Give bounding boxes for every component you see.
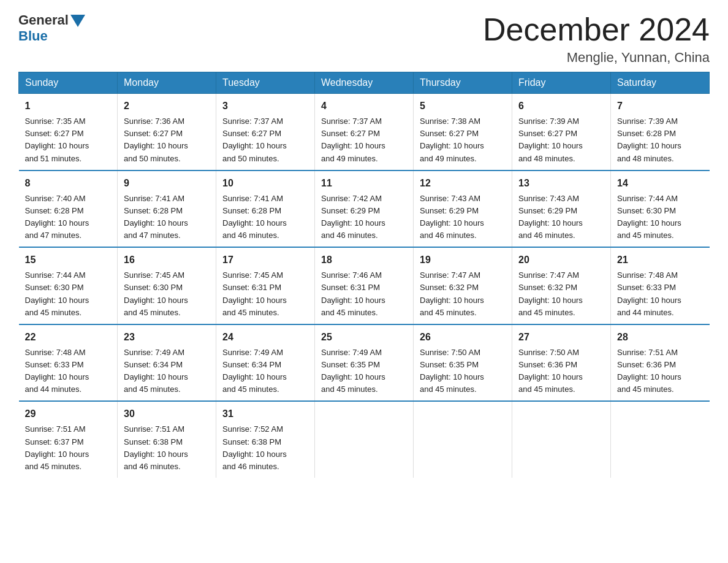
header-cell-friday: Friday bbox=[512, 72, 611, 94]
calendar-cell: 30Sunrise: 7:51 AM Sunset: 6:38 PM Dayli… bbox=[118, 401, 216, 478]
calendar-cell: 5Sunrise: 7:38 AM Sunset: 6:27 PM Daylig… bbox=[414, 94, 512, 170]
page-header: General Blue December 2024 Menglie, Yunn… bbox=[18, 12, 710, 66]
day-number: 18 bbox=[321, 253, 407, 267]
header-cell-wednesday: Wednesday bbox=[315, 72, 414, 94]
calendar-cell: 7Sunrise: 7:39 AM Sunset: 6:28 PM Daylig… bbox=[611, 94, 710, 170]
day-info: Sunrise: 7:45 AM Sunset: 6:30 PM Dayligh… bbox=[124, 270, 188, 316]
calendar-cell: 8Sunrise: 7:40 AM Sunset: 6:28 PM Daylig… bbox=[19, 170, 118, 248]
calendar-cell: 12Sunrise: 7:43 AM Sunset: 6:29 PM Dayli… bbox=[414, 170, 512, 248]
day-info: Sunrise: 7:36 AM Sunset: 6:27 PM Dayligh… bbox=[124, 117, 188, 163]
calendar-cell: 27Sunrise: 7:50 AM Sunset: 6:36 PM Dayli… bbox=[512, 324, 611, 402]
calendar-row: 22Sunrise: 7:48 AM Sunset: 6:33 PM Dayli… bbox=[19, 324, 710, 402]
calendar-body: 1Sunrise: 7:35 AM Sunset: 6:27 PM Daylig… bbox=[19, 94, 710, 478]
day-info: Sunrise: 7:41 AM Sunset: 6:28 PM Dayligh… bbox=[222, 194, 287, 240]
logo: General Blue bbox=[18, 12, 85, 44]
day-number: 10 bbox=[222, 176, 308, 191]
day-info: Sunrise: 7:41 AM Sunset: 6:28 PM Dayligh… bbox=[124, 194, 188, 240]
day-number: 20 bbox=[518, 253, 604, 267]
day-number: 29 bbox=[25, 407, 112, 421]
day-number: 22 bbox=[25, 330, 112, 345]
calendar-row: 29Sunrise: 7:51 AM Sunset: 6:37 PM Dayli… bbox=[19, 401, 710, 478]
day-number: 4 bbox=[321, 99, 407, 113]
day-info: Sunrise: 7:46 AM Sunset: 6:31 PM Dayligh… bbox=[321, 270, 385, 316]
calendar-cell: 4Sunrise: 7:37 AM Sunset: 6:27 PM Daylig… bbox=[315, 94, 414, 170]
day-info: Sunrise: 7:45 AM Sunset: 6:31 PM Dayligh… bbox=[222, 270, 287, 316]
day-info: Sunrise: 7:52 AM Sunset: 6:38 PM Dayligh… bbox=[222, 424, 287, 470]
day-info: Sunrise: 7:39 AM Sunset: 6:27 PM Dayligh… bbox=[518, 117, 583, 163]
calendar-cell bbox=[512, 401, 611, 478]
calendar-cell: 22Sunrise: 7:48 AM Sunset: 6:33 PM Dayli… bbox=[19, 324, 118, 402]
day-number: 26 bbox=[420, 330, 506, 345]
day-number: 9 bbox=[124, 176, 210, 191]
calendar-cell: 26Sunrise: 7:50 AM Sunset: 6:35 PM Dayli… bbox=[414, 324, 512, 402]
day-info: Sunrise: 7:50 AM Sunset: 6:36 PM Dayligh… bbox=[518, 348, 583, 394]
calendar-cell bbox=[315, 401, 414, 478]
calendar-cell bbox=[611, 401, 710, 478]
day-info: Sunrise: 7:47 AM Sunset: 6:32 PM Dayligh… bbox=[518, 270, 583, 316]
calendar-table: SundayMondayTuesdayWednesdayThursdayFrid… bbox=[18, 72, 710, 478]
day-number: 25 bbox=[321, 330, 407, 345]
calendar-cell: 2Sunrise: 7:36 AM Sunset: 6:27 PM Daylig… bbox=[118, 94, 216, 170]
day-number: 1 bbox=[25, 99, 112, 113]
location: Menglie, Yunnan, China bbox=[483, 50, 710, 66]
day-info: Sunrise: 7:35 AM Sunset: 6:27 PM Dayligh… bbox=[25, 117, 89, 163]
header-cell-tuesday: Tuesday bbox=[216, 72, 315, 94]
day-info: Sunrise: 7:37 AM Sunset: 6:27 PM Dayligh… bbox=[222, 117, 287, 163]
day-info: Sunrise: 7:50 AM Sunset: 6:35 PM Dayligh… bbox=[420, 348, 484, 394]
logo-blue-text: Blue bbox=[18, 28, 48, 44]
calendar-row: 1Sunrise: 7:35 AM Sunset: 6:27 PM Daylig… bbox=[19, 94, 710, 170]
day-number: 17 bbox=[222, 253, 308, 267]
day-number: 6 bbox=[518, 99, 604, 113]
day-info: Sunrise: 7:44 AM Sunset: 6:30 PM Dayligh… bbox=[617, 194, 681, 240]
day-info: Sunrise: 7:51 AM Sunset: 6:38 PM Dayligh… bbox=[124, 424, 188, 470]
day-info: Sunrise: 7:48 AM Sunset: 6:33 PM Dayligh… bbox=[617, 270, 681, 316]
day-info: Sunrise: 7:49 AM Sunset: 6:35 PM Dayligh… bbox=[321, 348, 385, 394]
day-number: 19 bbox=[420, 253, 506, 267]
calendar-cell: 19Sunrise: 7:47 AM Sunset: 6:32 PM Dayli… bbox=[414, 247, 512, 324]
calendar-cell: 17Sunrise: 7:45 AM Sunset: 6:31 PM Dayli… bbox=[216, 247, 315, 324]
day-info: Sunrise: 7:42 AM Sunset: 6:29 PM Dayligh… bbox=[321, 194, 385, 240]
calendar-header: SundayMondayTuesdayWednesdayThursdayFrid… bbox=[19, 72, 710, 94]
calendar-cell: 29Sunrise: 7:51 AM Sunset: 6:37 PM Dayli… bbox=[19, 401, 118, 478]
day-number: 13 bbox=[518, 176, 604, 191]
day-info: Sunrise: 7:47 AM Sunset: 6:32 PM Dayligh… bbox=[420, 270, 484, 316]
calendar-row: 8Sunrise: 7:40 AM Sunset: 6:28 PM Daylig… bbox=[19, 170, 710, 248]
calendar-cell: 6Sunrise: 7:39 AM Sunset: 6:27 PM Daylig… bbox=[512, 94, 611, 170]
day-number: 30 bbox=[124, 407, 210, 421]
day-number: 21 bbox=[617, 253, 703, 267]
day-info: Sunrise: 7:37 AM Sunset: 6:27 PM Dayligh… bbox=[321, 117, 385, 163]
calendar-cell: 16Sunrise: 7:45 AM Sunset: 6:30 PM Dayli… bbox=[118, 247, 216, 324]
day-number: 8 bbox=[25, 176, 112, 191]
header-cell-sunday: Sunday bbox=[19, 72, 118, 94]
day-number: 2 bbox=[124, 99, 210, 113]
header-row: SundayMondayTuesdayWednesdayThursdayFrid… bbox=[19, 72, 710, 94]
calendar-cell: 21Sunrise: 7:48 AM Sunset: 6:33 PM Dayli… bbox=[611, 247, 710, 324]
calendar-cell: 13Sunrise: 7:43 AM Sunset: 6:29 PM Dayli… bbox=[512, 170, 611, 248]
day-number: 24 bbox=[222, 330, 308, 345]
day-info: Sunrise: 7:38 AM Sunset: 6:27 PM Dayligh… bbox=[420, 117, 484, 163]
header-cell-saturday: Saturday bbox=[611, 72, 710, 94]
calendar-cell: 18Sunrise: 7:46 AM Sunset: 6:31 PM Dayli… bbox=[315, 247, 414, 324]
day-info: Sunrise: 7:44 AM Sunset: 6:30 PM Dayligh… bbox=[25, 270, 89, 316]
day-info: Sunrise: 7:43 AM Sunset: 6:29 PM Dayligh… bbox=[518, 194, 583, 240]
calendar-cell: 14Sunrise: 7:44 AM Sunset: 6:30 PM Dayli… bbox=[611, 170, 710, 248]
day-number: 12 bbox=[420, 176, 506, 191]
day-number: 15 bbox=[25, 253, 112, 267]
calendar-cell: 20Sunrise: 7:47 AM Sunset: 6:32 PM Dayli… bbox=[512, 247, 611, 324]
day-number: 16 bbox=[124, 253, 210, 267]
calendar-cell: 11Sunrise: 7:42 AM Sunset: 6:29 PM Dayli… bbox=[315, 170, 414, 248]
calendar-cell: 24Sunrise: 7:49 AM Sunset: 6:34 PM Dayli… bbox=[216, 324, 315, 402]
day-info: Sunrise: 7:51 AM Sunset: 6:36 PM Dayligh… bbox=[617, 348, 681, 394]
calendar-cell: 28Sunrise: 7:51 AM Sunset: 6:36 PM Dayli… bbox=[611, 324, 710, 402]
calendar-cell: 25Sunrise: 7:49 AM Sunset: 6:35 PM Dayli… bbox=[315, 324, 414, 402]
header-cell-monday: Monday bbox=[118, 72, 216, 94]
calendar-row: 15Sunrise: 7:44 AM Sunset: 6:30 PM Dayli… bbox=[19, 247, 710, 324]
calendar-cell: 23Sunrise: 7:49 AM Sunset: 6:34 PM Dayli… bbox=[118, 324, 216, 402]
logo-top: General bbox=[18, 12, 85, 28]
calendar-cell: 1Sunrise: 7:35 AM Sunset: 6:27 PM Daylig… bbox=[19, 94, 118, 170]
day-number: 23 bbox=[124, 330, 210, 345]
calendar-cell: 9Sunrise: 7:41 AM Sunset: 6:28 PM Daylig… bbox=[118, 170, 216, 248]
day-info: Sunrise: 7:49 AM Sunset: 6:34 PM Dayligh… bbox=[124, 348, 188, 394]
day-number: 5 bbox=[420, 99, 506, 113]
logo-triangle-icon bbox=[70, 15, 85, 27]
